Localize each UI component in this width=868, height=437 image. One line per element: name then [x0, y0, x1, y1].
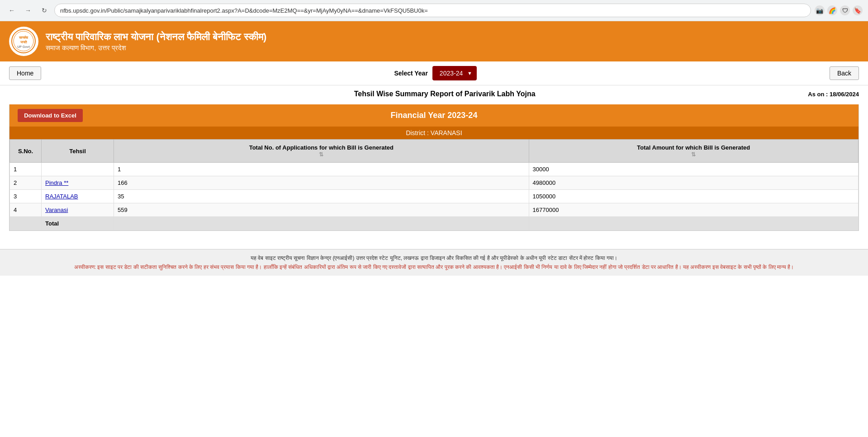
footer-main-text: यह वेब साइट राष्ट्रीय सूचना विज्ञान केन्…: [9, 255, 859, 261]
cell-applications: 559: [114, 203, 529, 217]
cell-sno: 4: [10, 203, 42, 217]
total-applications-cell: [114, 217, 529, 230]
cell-tehsil: [42, 163, 114, 176]
browser-toolbar: ← → ↻ 📷 🌈 🛡 🔖: [0, 0, 868, 21]
col-amount: Total Amount for which Bill is Generated…: [529, 140, 858, 163]
extension-icon-1: 📷: [815, 5, 825, 15]
data-table: S.No. Tehsil Total No. of Applications f…: [9, 139, 859, 230]
svg-text:सत्यमेव: सत्यमेव: [19, 35, 28, 40]
cell-tehsil[interactable]: RAJATALAB: [42, 190, 114, 203]
tehsil-link[interactable]: Varanasi: [45, 207, 68, 213]
cell-amount: 30000: [529, 163, 858, 176]
site-title-block: राष्ट्रीय पारिवारिक लाभ योजना (नेशनल फैम…: [46, 31, 266, 52]
sort-icon-applications[interactable]: ⇅: [319, 151, 323, 158]
financial-year-title: Financial Year 2023-24: [86, 111, 782, 120]
back-nav-button[interactable]: ←: [5, 4, 18, 17]
cell-tehsil[interactable]: Varanasi: [42, 203, 114, 217]
cell-amount: 4980000: [529, 176, 858, 190]
table-row: 4Varanasi55916770000: [10, 203, 859, 217]
report-title-row: Tehsil Wise Summary Report of Parivarik …: [0, 85, 868, 100]
cell-applications: 35: [114, 190, 529, 203]
total-sno-cell: [10, 217, 42, 230]
cell-applications: 166: [114, 176, 529, 190]
total-row: Total: [10, 217, 859, 230]
back-button[interactable]: Back: [830, 66, 859, 80]
forward-nav-button[interactable]: →: [22, 4, 34, 17]
url-bar[interactable]: [54, 4, 811, 17]
select-year-label: Select Year: [394, 70, 427, 77]
col-tehsil: Tehsil: [42, 140, 114, 163]
extension-icon-4: 🔖: [853, 5, 863, 15]
cell-sno: 1: [10, 163, 42, 176]
year-select[interactable]: 2023-24 2022-23 2021-22: [432, 66, 477, 80]
cell-amount: 16770000: [529, 203, 858, 217]
cell-applications: 1: [114, 163, 529, 176]
site-logo: सत्यमेव जयते UP Govt: [9, 27, 38, 56]
site-title-main: राष्ट्रीय पारिवारिक लाभ योजना (नेशनल फैम…: [46, 31, 266, 43]
footer-disclaimer: अस्वीकरण: इस साइट पर डेटा की सटीकता सुनि…: [9, 264, 859, 270]
site-header: सत्यमेव जयते UP Govt राष्ट्रीय पारिवारिक…: [0, 21, 868, 61]
total-label-cell: Total: [42, 217, 114, 230]
browser-extension-icons: 📷 🌈 🛡 🔖: [815, 5, 863, 15]
extension-icon-2: 🌈: [827, 5, 837, 15]
toolbar-row: Home Select Year 2023-24 2022-23 2021-22…: [0, 61, 868, 85]
cell-amount: 1050000: [529, 190, 858, 203]
table-container: Download to Excel Financial Year 2023-24…: [9, 104, 859, 231]
total-amount-cell: [529, 217, 858, 230]
district-row: District : VARANASI: [9, 127, 859, 139]
table-header-row: S.No. Tehsil Total No. of Applications f…: [10, 140, 859, 163]
home-button[interactable]: Home: [9, 66, 41, 80]
svg-text:जयते: जयते: [20, 40, 27, 44]
report-title: Tehsil Wise Summary Report of Parivarik …: [81, 90, 808, 98]
footer: यह वेब साइट राष्ट्रीय सूचना विज्ञान केन्…: [0, 249, 868, 276]
table-row: 2Pindra **1664980000: [10, 176, 859, 190]
col-sno: S.No.: [10, 140, 42, 163]
cell-sno: 3: [10, 190, 42, 203]
table-row: 1130000: [10, 163, 859, 176]
cell-sno: 2: [10, 176, 42, 190]
extension-icon-3: 🛡: [840, 5, 850, 15]
download-excel-button[interactable]: Download to Excel: [18, 109, 83, 122]
tehsil-link[interactable]: RAJATALAB: [45, 193, 78, 200]
refresh-button[interactable]: ↻: [38, 4, 51, 17]
report-date: As on : 18/06/2024: [808, 91, 859, 98]
year-select-wrapper[interactable]: 2023-24 2022-23 2021-22: [432, 66, 477, 80]
svg-text:UP Govt: UP Govt: [17, 45, 30, 48]
cell-tehsil[interactable]: Pindra **: [42, 176, 114, 190]
year-select-block: Select Year 2023-24 2022-23 2021-22: [394, 66, 476, 80]
sort-icon-amount[interactable]: ⇅: [691, 151, 696, 158]
main-content: Download to Excel Financial Year 2023-24…: [0, 100, 868, 240]
site-title-sub: समाज कल्याण विभाग, उत्तर प्रदेश: [46, 44, 266, 52]
table-header-orange: Download to Excel Financial Year 2023-24: [9, 104, 859, 127]
tehsil-link[interactable]: Pindra **: [45, 179, 68, 186]
table-row: 3RAJATALAB351050000: [10, 190, 859, 203]
col-applications: Total No. of Applications for which Bill…: [114, 140, 529, 163]
